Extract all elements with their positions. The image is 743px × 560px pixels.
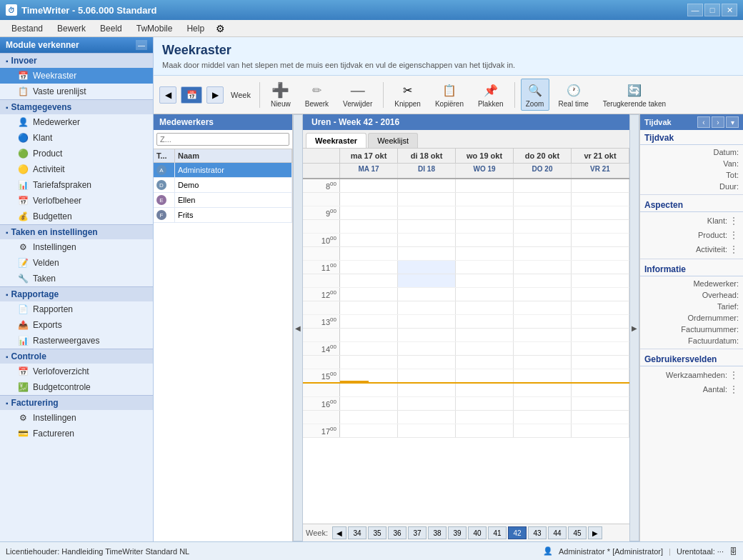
week-num-41[interactable]: 41 (488, 526, 507, 539)
day-cell-13h-vr[interactable] (572, 329, 629, 341)
day-cell-8h-wo[interactable] (456, 193, 514, 206)
rp-aantal-dots[interactable]: ⋮ (729, 384, 739, 395)
day-cell-15h-wo[interactable] (456, 384, 514, 396)
rp-nav-next[interactable]: › (712, 116, 724, 128)
day-cell-9-do[interactable] (514, 206, 572, 219)
day-cell-9-ma[interactable] (340, 206, 398, 219)
day-cell-11-do[interactable] (514, 261, 572, 274)
day-cell-12-wo[interactable] (456, 288, 514, 301)
rp-werkzaamheden-dots[interactable]: ⋮ (729, 369, 739, 381)
week-num-34[interactable]: 34 (348, 526, 366, 539)
toolbar-kopieren[interactable]: 📋 Kopiëren (430, 79, 469, 111)
day-cell-14h-vr[interactable] (572, 356, 629, 369)
rp-nav-prev[interactable]: ‹ (697, 116, 710, 128)
day-cell-10-ma[interactable] (340, 234, 398, 246)
sidebar-section-header-taken[interactable]: Taken en instellingen (0, 224, 153, 239)
week-num-40[interactable]: 40 (468, 526, 487, 539)
day-cell-13h-wo[interactable] (456, 329, 514, 341)
day-cell-10h-vr[interactable] (572, 247, 629, 260)
nav-prev-button[interactable]: ◀ (159, 86, 176, 104)
day-cell-8h-do[interactable] (514, 193, 572, 206)
day-cell-16h-wo[interactable] (456, 411, 514, 424)
day-cell-12h-ma[interactable] (340, 301, 398, 314)
sidebar-item-exports[interactable]: 📤 Exports (0, 317, 153, 333)
sidebar-item-weekraster[interactable]: 📅 Weekraster (0, 68, 153, 84)
emp-row-administrator[interactable]: A Administrator (154, 163, 292, 178)
day-cell-16-vr[interactable] (572, 397, 629, 410)
day-cell-10-wo[interactable] (456, 234, 514, 246)
day-cell-12-di[interactable] (398, 288, 456, 301)
day-cell-15h-di[interactable] (398, 384, 456, 396)
sidebar-item-verlofbeheer[interactable]: 📅 Verlofbeheer (0, 193, 153, 209)
tab-weekraster[interactable]: Weekraster (306, 133, 366, 148)
day-cell-16-wo[interactable] (456, 397, 514, 410)
week-scroll-right[interactable]: ▶ (588, 526, 602, 539)
rp-product-dots[interactable]: ⋮ (729, 229, 739, 241)
week-num-37[interactable]: 37 (408, 526, 427, 539)
menu-bewerk[interactable]: Bewerk (51, 22, 91, 35)
day-cell-15-ma[interactable] (340, 369, 398, 382)
sidebar-item-klant[interactable]: 🔵 Klant (0, 130, 153, 146)
day-cell-15h-ma[interactable] (340, 384, 398, 396)
nav-week-button[interactable]: 📅 (181, 86, 202, 104)
day-cell-8h-vr[interactable] (572, 193, 629, 206)
sidebar-item-rasterweergaves[interactable]: 📊 Rasterweergaves (0, 333, 153, 349)
toolbar-realtime[interactable]: 🕐 Real time (554, 79, 594, 111)
day-cell-14-di[interactable] (398, 342, 456, 355)
sidebar-item-budgetcontrole[interactable]: 💹 Budgetcontrole (0, 379, 153, 395)
day-cell-10-vr[interactable] (572, 234, 629, 246)
day-cell-14-do[interactable] (514, 342, 572, 355)
day-cell-13h-do[interactable] (514, 329, 572, 341)
day-cell-8-do[interactable] (514, 179, 572, 192)
day-cell-12-do[interactable] (514, 288, 572, 301)
day-cell-11-di[interactable] (398, 261, 456, 274)
day-cell-10h-wo[interactable] (456, 247, 514, 260)
day-cell-14-wo[interactable] (456, 342, 514, 355)
week-num-45[interactable]: 45 (568, 526, 587, 539)
day-cell-10h-ma[interactable] (340, 247, 398, 260)
day-cell-15-vr[interactable] (572, 369, 629, 382)
sidebar-item-velden[interactable]: 📝 Velden (0, 255, 153, 271)
day-cell-14h-ma[interactable] (340, 356, 398, 369)
day-cell-15-wo[interactable] (456, 369, 514, 382)
day-cell-11h-wo[interactable] (456, 274, 514, 287)
sidebar-section-header-rapportage[interactable]: Rapportage (0, 286, 153, 301)
sidebar-item-activiteit[interactable]: 🟡 Activiteit (0, 161, 153, 177)
toolbar-knippen[interactable]: ✂ Knippen (389, 79, 426, 111)
day-cell-9h-wo[interactable] (456, 220, 514, 233)
day-cell-16-di[interactable] (398, 397, 456, 410)
sidebar-item-budgetten[interactable]: 💰 Budgetten (0, 209, 153, 224)
day-cell-14-ma[interactable] (340, 342, 398, 355)
day-cell-16-do[interactable] (514, 397, 572, 410)
day-cell-17-wo[interactable] (456, 424, 514, 437)
day-cell-17-do[interactable] (514, 424, 572, 437)
toolbar-zoom[interactable]: 🔍 Zoom (521, 79, 549, 111)
day-cell-14h-wo[interactable] (456, 356, 514, 369)
day-cell-10-do[interactable] (514, 234, 572, 246)
day-cell-8-ma[interactable] (340, 179, 398, 192)
day-cell-11h-di[interactable] (398, 274, 456, 287)
day-cell-11-vr[interactable] (572, 261, 629, 274)
left-scroll-arrow[interactable]: ◀ (293, 114, 303, 541)
day-cell-9h-ma[interactable] (340, 220, 398, 233)
sidebar-section-header-controle[interactable]: Controle (0, 349, 153, 364)
rp-klant-dots[interactable]: ⋮ (729, 215, 739, 226)
day-cell-10h-di[interactable] (398, 247, 456, 260)
day-cell-15-do[interactable] (514, 369, 572, 382)
sidebar-section-header-invoer[interactable]: Invoer (0, 53, 153, 68)
day-cell-11h-vr[interactable] (572, 274, 629, 287)
week-num-42[interactable]: 42 (508, 526, 527, 539)
sidebar-item-product[interactable]: 🟢 Product (0, 146, 153, 161)
day-cell-11-wo[interactable] (456, 261, 514, 274)
sidebar-item-instellingen-taken[interactable]: ⚙ Instellingen (0, 239, 153, 255)
day-cell-11h-ma[interactable] (340, 274, 398, 287)
week-num-36[interactable]: 36 (388, 526, 407, 539)
day-cell-8-di[interactable] (398, 179, 456, 192)
day-cell-13-di[interactable] (398, 315, 456, 328)
day-cell-9h-vr[interactable] (572, 220, 629, 233)
day-cell-8h-di[interactable] (398, 193, 456, 206)
emp-row-ellen[interactable]: E Ellen (154, 193, 292, 208)
right-scroll-arrow[interactable]: ▶ (629, 114, 639, 541)
sidebar-item-instellingen-facturering[interactable]: ⚙ Instellingen (0, 410, 153, 426)
day-cell-10h-do[interactable] (514, 247, 572, 260)
